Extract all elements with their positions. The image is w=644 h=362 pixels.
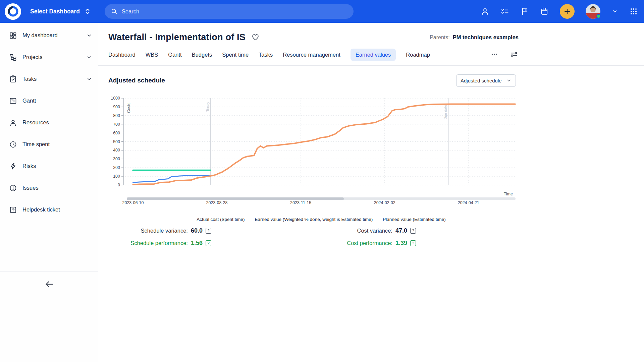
- dashboard-selector[interactable]: Select Dashboard: [30, 7, 92, 16]
- schedule-mode-value: Adjusted schedule: [461, 78, 503, 83]
- unfold-selector-icon: [83, 7, 92, 16]
- svg-text:700: 700: [113, 122, 120, 127]
- sidebar-item-my-dashboard[interactable]: My dashboard: [0, 24, 98, 46]
- apps-grid-icon[interactable]: [629, 7, 638, 16]
- chevron-down-icon[interactable]: [86, 32, 93, 39]
- tab-wbs[interactable]: WBS: [146, 49, 158, 61]
- chevron-down-icon[interactable]: [86, 76, 93, 82]
- sidebar-item-helpdesk-ticket[interactable]: Helpdesk ticket: [0, 199, 98, 221]
- x-axis-labels: 2023-06-102023-08-282023-11-152024-02-02…: [109, 200, 517, 206]
- schedule-mode-select[interactable]: Adjusted schedule: [456, 74, 516, 87]
- svg-text:Due date: Due date: [443, 105, 447, 120]
- svg-text:Costs: Costs: [126, 103, 131, 113]
- page-title: Waterfall - Implementation of IS: [108, 32, 246, 43]
- tab-spent-time[interactable]: Spent time: [222, 49, 249, 61]
- cost-variance-label: Cost variance:: [357, 228, 392, 234]
- dashboard-icon: [9, 32, 17, 40]
- add-button[interactable]: [560, 4, 575, 19]
- sidebar-footer-divider: [0, 272, 98, 272]
- collapse-sidebar-button[interactable]: [44, 279, 55, 290]
- box-arrow-up-icon: [9, 206, 17, 214]
- app-logo[interactable]: [5, 3, 21, 20]
- tab-dashboard[interactable]: Dashboard: [108, 49, 136, 61]
- parents-label: Parents:: [430, 35, 450, 41]
- legend-earned-value: Earned value (Weighted % done, weight is…: [255, 217, 373, 222]
- svg-text:100: 100: [113, 174, 120, 179]
- cost-performance-value: 1.39: [395, 240, 407, 247]
- sidebar-item-time-spent[interactable]: Time spent: [0, 133, 98, 155]
- sidebar-item-label: Risks: [22, 163, 36, 169]
- cost-performance-row: Cost performance: 1.39 ?: [108, 238, 416, 248]
- svg-text:600: 600: [113, 131, 120, 135]
- svg-text:500: 500: [113, 139, 120, 144]
- chevron-down-icon[interactable]: [86, 54, 93, 61]
- sidebar-item-label: Resources: [22, 119, 49, 126]
- flag-icon[interactable]: [520, 7, 529, 16]
- topbar: Select Dashboard: [0, 0, 644, 23]
- cost-performance-label: Cost performance:: [347, 240, 392, 246]
- logo-icon: [6, 5, 20, 18]
- topbar-actions: [481, 4, 638, 19]
- sidebar-item-projects[interactable]: Projects: [0, 46, 98, 68]
- checklist-icon[interactable]: [500, 7, 509, 16]
- svg-text:200: 200: [113, 165, 120, 170]
- sidebar-item-label: My dashboard: [22, 32, 58, 39]
- section-title: Adjusted schedule: [108, 77, 165, 84]
- breadcrumb: Parents: PM techniques examples: [430, 34, 519, 41]
- tab-budgets[interactable]: Budgets: [192, 49, 212, 61]
- cost-variance-value: 47.0: [395, 227, 407, 234]
- sidebar-item-issues[interactable]: Issues: [0, 177, 98, 199]
- x-axis-date: 2023-06-10: [122, 200, 144, 205]
- clock-icon: [9, 140, 17, 148]
- tab-earned-values[interactable]: Earned values: [351, 49, 396, 61]
- legend-actual-cost: Actual cost (Spent time): [197, 217, 245, 222]
- tab-gantt[interactable]: Gantt: [168, 49, 181, 61]
- heart-icon: [251, 33, 260, 41]
- sidebar-item-gantt[interactable]: Gantt: [0, 90, 98, 112]
- chevron-down-icon[interactable]: [611, 8, 618, 15]
- cost-variance-row: Cost variance: 47.0 ?: [108, 226, 416, 235]
- main-area: Waterfall - Implementation of IS Parents…: [98, 23, 644, 362]
- page-settings-button[interactable]: [509, 50, 519, 59]
- search-bar[interactable]: [105, 4, 354, 19]
- x-axis-date: 2023-11-15: [290, 200, 311, 205]
- sidebar-item-resources[interactable]: Resources: [0, 112, 98, 133]
- sidebar-item-label: Issues: [22, 185, 39, 191]
- sidebar: My dashboard Projects: [0, 23, 98, 362]
- tab-resource-management[interactable]: Resource management: [283, 49, 340, 61]
- more-dots-icon: [490, 50, 499, 59]
- page-header: Waterfall - Implementation of IS Parents…: [108, 29, 519, 45]
- chart-scrollbar-thumb[interactable]: [127, 197, 344, 200]
- help-icon[interactable]: ?: [410, 240, 416, 246]
- x-axis-date: 2024-04-21: [458, 200, 479, 205]
- exclamation-circle-icon: [9, 184, 17, 192]
- user-avatar[interactable]: [586, 4, 600, 19]
- more-tabs-button[interactable]: [490, 50, 499, 59]
- tab-roadmap[interactable]: Roadmap: [406, 49, 430, 61]
- sidebar-item-tasks[interactable]: Tasks: [0, 68, 98, 90]
- sidebar-item-label: Helpdesk ticket: [22, 206, 60, 213]
- chart-scrollbar[interactable]: [127, 197, 516, 200]
- tab-tasks[interactable]: Tasks: [259, 49, 273, 61]
- sidebar-item-label: Gantt: [22, 98, 36, 104]
- sidebar-item-label: Time spent: [22, 141, 50, 147]
- sidebar-item-risks[interactable]: Risks: [0, 155, 98, 177]
- search-input[interactable]: [122, 8, 347, 15]
- help-icon[interactable]: ?: [410, 228, 416, 234]
- search-icon: [111, 8, 118, 15]
- svg-text:Today: Today: [206, 102, 210, 112]
- parents-link[interactable]: PM techniques examples: [453, 34, 519, 41]
- chart-legend: Actual cost (Spent time) Earned value (W…: [127, 217, 516, 222]
- gantt-icon: [9, 97, 17, 105]
- favorite-button[interactable]: [251, 33, 260, 42]
- sidebar-menu: My dashboard Projects: [0, 23, 98, 221]
- online-status-dot: [596, 14, 601, 18]
- calendar-icon[interactable]: [540, 7, 549, 16]
- user-icon[interactable]: [481, 7, 489, 16]
- lightning-icon: [9, 162, 17, 170]
- chevron-down-icon: [506, 78, 512, 83]
- x-axis-title: Time: [495, 192, 513, 196]
- section-header: Adjusted schedule Adjusted schedule: [108, 74, 516, 87]
- svg-text:0: 0: [118, 183, 120, 187]
- project-tabs: Dashboard WBS Gantt Budgets Spent time T…: [108, 48, 519, 62]
